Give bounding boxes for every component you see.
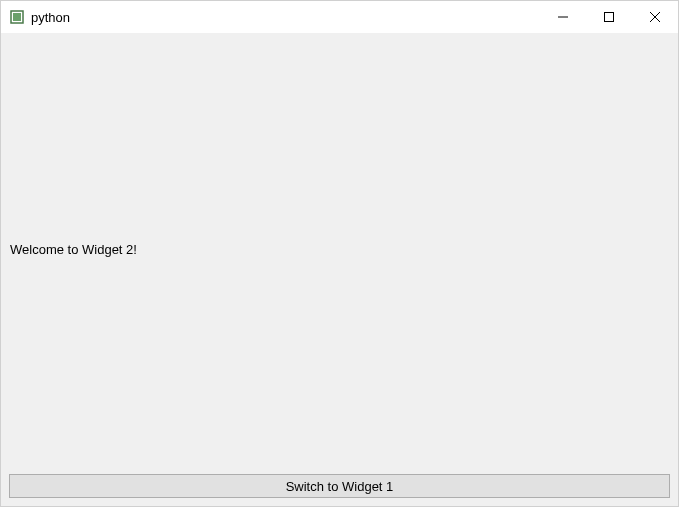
application-window: python Welcome to Widget 2!: [0, 0, 679, 507]
button-region: Switch to Widget 1: [1, 466, 678, 506]
app-icon: [9, 9, 25, 25]
content-region: Welcome to Widget 2!: [1, 33, 678, 466]
close-button[interactable]: [632, 1, 678, 33]
switch-widget-button[interactable]: Switch to Widget 1: [9, 474, 670, 498]
client-area: Welcome to Widget 2! Switch to Widget 1: [1, 33, 678, 506]
window-controls: [540, 1, 678, 33]
maximize-button[interactable]: [586, 1, 632, 33]
minimize-button[interactable]: [540, 1, 586, 33]
titlebar[interactable]: python: [1, 1, 678, 33]
svg-rect-3: [605, 13, 614, 22]
window-title: python: [31, 10, 540, 25]
welcome-label: Welcome to Widget 2!: [10, 242, 137, 257]
svg-rect-1: [13, 13, 21, 21]
